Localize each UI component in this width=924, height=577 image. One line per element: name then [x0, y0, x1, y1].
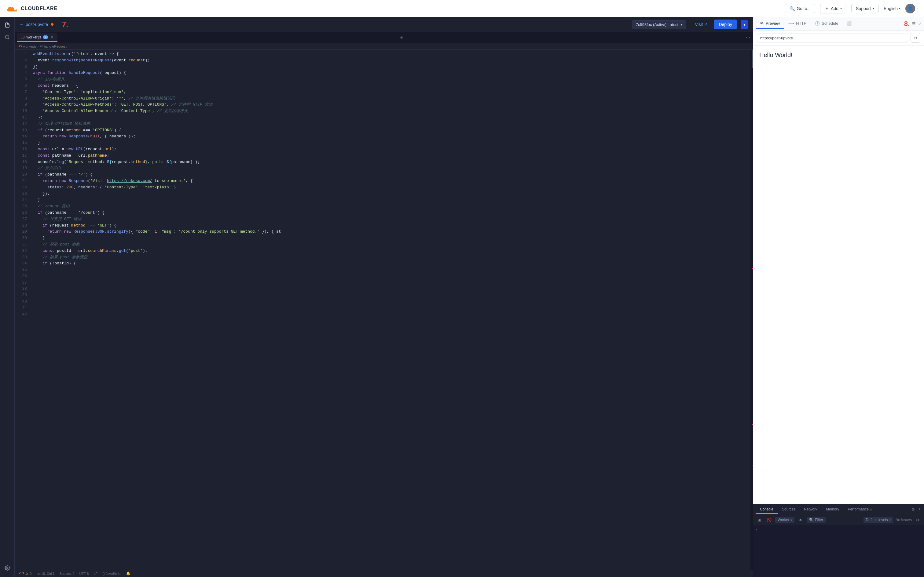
- code-line: 'Access-Control-Allow-Headers': 'Content…: [29, 108, 750, 114]
- devtools-tab-sources[interactable]: Sources: [778, 505, 800, 514]
- scroll-thumb: [752, 50, 753, 68]
- devtools-chevron[interactable]: ›: [756, 527, 922, 532]
- deploy-dropdown-button[interactable]: ▾: [741, 20, 748, 29]
- code-line: if (!postId) {: [29, 260, 750, 267]
- line-col-indicator[interactable]: Ln 18, Col 1: [36, 572, 54, 575]
- breadcrumb-class-icon: ⊙: [40, 44, 43, 48]
- chevron-down-icon: ▾: [681, 23, 682, 26]
- worker-js-tab[interactable]: JS worker.js 7 ✕: [17, 33, 57, 42]
- code-line: // 如果 post 参数无值: [29, 254, 750, 261]
- clear-console-btn[interactable]: 🚫: [766, 516, 773, 524]
- tab-close-button[interactable]: ✕: [50, 35, 54, 39]
- code-line: const headers = {: [29, 83, 750, 89]
- cloudflare-logo: [6, 2, 18, 15]
- tab-http[interactable]: ⟺ HTTP: [784, 19, 811, 29]
- chevron-down-icon: ▾: [840, 7, 842, 10]
- top-nav: CLOUDFLARE 🔍 Go to... ＋ Add ▾ Support ▾ …: [0, 0, 924, 17]
- code-line: if (request.method !== 'GET') {: [29, 222, 750, 229]
- support-button[interactable]: Support ▾: [851, 4, 879, 13]
- line-numbers: 12345 678910 1112131415 1617181920 21222…: [15, 50, 29, 570]
- more-options-icon[interactable]: ⋯: [746, 34, 750, 40]
- devtools-toolbar: ⊞ 🚫 Worker ▾ 👁 🔍 Filter Default levels ▾…: [753, 515, 924, 525]
- files-icon[interactable]: [2, 19, 13, 31]
- main-layout: ← post-upvote 7. 7c598fac (Active) Lates…: [0, 17, 924, 577]
- breadcrumb-js-icon: JS: [18, 45, 22, 48]
- code-line: addEventListener('fetch', event => {: [29, 51, 750, 57]
- warning-icon: ⚠: [25, 572, 28, 575]
- scroll-mark: [752, 466, 753, 466]
- worker-select[interactable]: Worker ▾: [775, 517, 795, 523]
- right-panel: 👁 Preview ⟺ HTTP 🕐 Schedule ⬜ 8. ☰ ⤢: [753, 17, 924, 577]
- encoding-indicator[interactable]: UTF-8: [79, 572, 89, 575]
- step-number-right: 8.: [904, 20, 909, 28]
- step-number-left: 7.: [62, 20, 68, 29]
- left-sidebar: [0, 17, 15, 577]
- log-levels-select[interactable]: Default levels ▾: [864, 517, 893, 523]
- devtools-tab-network[interactable]: Network: [800, 505, 822, 514]
- filter-input[interactable]: 🔍 Filter: [807, 517, 825, 523]
- code-line: });: [29, 191, 750, 197]
- settings-devtools-icon[interactable]: ⚙: [911, 507, 915, 512]
- sidebar-toggle-btn[interactable]: ⊞: [756, 516, 763, 524]
- settings-icon[interactable]: [2, 562, 13, 573]
- errors-indicator[interactable]: ✕ 7 ⚠ 0: [18, 572, 31, 575]
- preview-icons: ☰ ⤢: [912, 21, 922, 26]
- more-devtools-icon[interactable]: ⋮: [918, 507, 922, 512]
- svg-line-1: [8, 38, 9, 39]
- code-line: const pathname = url.pathname;: [29, 153, 750, 159]
- code-content[interactable]: addEventListener('fetch', event => { eve…: [29, 50, 750, 570]
- code-line: }): [29, 64, 750, 70]
- code-line: // 处理 OPTIONS 预检请求: [29, 121, 750, 127]
- devtools-tab-performance[interactable]: Performance ⚠: [843, 505, 877, 514]
- version-selector[interactable]: 7c598fac (Active) Latest ▾: [632, 20, 686, 29]
- tab-preview[interactable]: 👁 Preview: [756, 19, 784, 29]
- code-line: console.log(`Request method: ${request.m…: [29, 159, 750, 166]
- svg-point-0: [5, 35, 9, 39]
- cloudflare-wordmark: CLOUDFLARE: [21, 6, 57, 11]
- chevron-down-icon: ▾: [790, 518, 792, 522]
- filter-icon: 🔍: [809, 518, 814, 522]
- language-selector[interactable]: English ▾: [884, 6, 900, 11]
- fullscreen-icon[interactable]: ⤢: [918, 21, 922, 26]
- language-indicator[interactable]: {} JavaScript: [103, 572, 122, 575]
- editor-area: ← post-upvote 7. 7c598fac (Active) Lates…: [15, 17, 753, 577]
- bell-icon[interactable]: 🔔: [126, 572, 131, 575]
- preview-content: Hello World!: [753, 45, 924, 504]
- preview-url-input[interactable]: [757, 34, 908, 42]
- visit-button[interactable]: Visit ↗: [695, 22, 708, 27]
- code-line: event.respondWith(handleRequest(event.re…: [29, 57, 750, 64]
- split-editor-icon[interactable]: ⊞: [399, 34, 403, 40]
- arrow-left-icon: ←: [19, 22, 24, 27]
- code-line: }: [29, 140, 750, 146]
- eol-indicator[interactable]: LF: [94, 572, 98, 575]
- spaces-indicator[interactable]: Spaces: 2: [60, 572, 74, 575]
- tab-icon-only[interactable]: ⬜: [842, 19, 856, 29]
- tab-schedule[interactable]: 🕐 Schedule: [811, 19, 842, 29]
- scroll-bar[interactable]: [750, 50, 753, 570]
- go-to-button[interactable]: 🔍 Go to...: [785, 4, 815, 13]
- refresh-button[interactable]: ↻: [911, 33, 920, 43]
- deploy-button[interactable]: Deploy: [714, 19, 737, 29]
- devtools-settings-btn[interactable]: ⚙: [914, 516, 922, 524]
- breadcrumb: JS worker.js › ⊙ handleRequest: [15, 43, 753, 50]
- clock-icon: 🕐: [815, 21, 820, 26]
- code-line: return new Response('Visit https://rokcs…: [29, 178, 750, 184]
- add-button[interactable]: ＋ Add ▾: [820, 4, 846, 13]
- code-line: // 首页路由: [29, 165, 750, 172]
- devtools-tab-memory[interactable]: Memory: [822, 505, 843, 514]
- scroll-mark: [752, 268, 753, 269]
- devtools-tab-console[interactable]: Console: [756, 505, 778, 514]
- preview-tabs: 👁 Preview ⟺ HTTP 🕐 Schedule ⬜ 8. ☰ ⤢: [753, 17, 924, 31]
- code-line: async function handleRequest(request) {: [29, 70, 750, 76]
- search-sidebar-icon[interactable]: [2, 32, 13, 43]
- eye-toggle-btn[interactable]: 👁: [797, 516, 804, 524]
- user-menu[interactable]: 👤 ▾: [905, 4, 918, 13]
- devtools-tabs: Console Sources Network Memory Performan…: [753, 504, 924, 515]
- back-link[interactable]: ← post-upvote: [19, 22, 53, 27]
- code-line: }: [29, 235, 750, 242]
- sidebar-icon[interactable]: ☰: [912, 21, 916, 26]
- eye-icon: 👁: [760, 21, 764, 26]
- refresh-icon: ↻: [914, 36, 917, 40]
- status-bar: ✕ 7 ⚠ 0 Ln 18, Col 1 Spaces: 2 UTF-8 LF …: [15, 570, 753, 577]
- code-editor[interactable]: 12345 678910 1112131415 1617181920 21222…: [15, 50, 753, 570]
